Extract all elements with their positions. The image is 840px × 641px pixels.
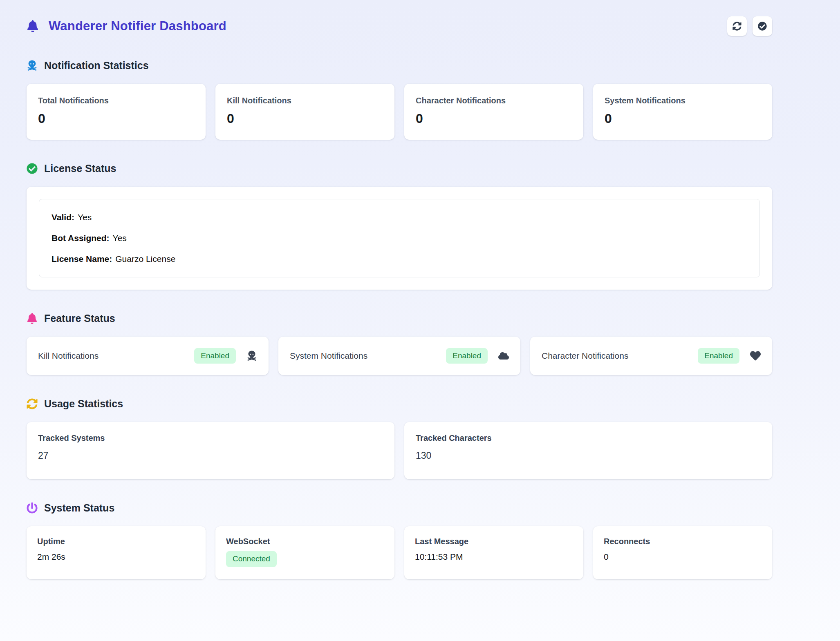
enabled-badge: Enabled bbox=[194, 348, 236, 364]
section-title: Notification Statistics bbox=[44, 60, 149, 71]
system-value: 10:11:53 PM bbox=[415, 552, 573, 562]
usage-value: 130 bbox=[416, 450, 761, 461]
usage-label: Tracked Characters bbox=[416, 433, 761, 443]
stat-label: Kill Notifications bbox=[227, 96, 383, 105]
system-card-reconnects: Reconnects 0 bbox=[593, 526, 772, 579]
header-brand: Wanderer Notifier Dashboard bbox=[27, 19, 226, 34]
section-heading-system-status: System Status bbox=[27, 502, 772, 514]
license-field-label: License Name: bbox=[52, 254, 112, 264]
system-status-grid: Uptime 2m 26s WebSocket Connected Last M… bbox=[27, 526, 772, 579]
page-title: Wanderer Notifier Dashboard bbox=[49, 19, 226, 34]
system-label: Last Message bbox=[415, 537, 573, 546]
system-label: Uptime bbox=[37, 537, 195, 546]
license-field-label: Bot Assigned: bbox=[52, 233, 110, 243]
stat-label: System Notifications bbox=[605, 96, 761, 105]
status-check-button[interactable] bbox=[753, 16, 772, 36]
stat-value: 0 bbox=[227, 111, 383, 126]
system-value: 2m 26s bbox=[37, 552, 195, 562]
stat-value: 0 bbox=[38, 111, 194, 126]
skull-crossbones-icon bbox=[246, 351, 257, 361]
license-valid-row: Valid:Yes bbox=[52, 212, 747, 222]
section-heading-usage-statistics: Usage Statistics bbox=[27, 398, 772, 410]
heart-icon bbox=[750, 351, 761, 361]
stat-value: 0 bbox=[416, 111, 572, 126]
license-field-label: Valid: bbox=[52, 212, 74, 222]
skull-crossbones-icon bbox=[27, 60, 38, 71]
feature-status: Enabled bbox=[698, 348, 761, 364]
enabled-badge: Enabled bbox=[698, 348, 739, 364]
license-bot-assigned-row: Bot Assigned:Yes bbox=[52, 233, 747, 243]
enabled-badge: Enabled bbox=[446, 348, 488, 364]
usage-statistics-grid: Tracked Systems 27 Tracked Characters 13… bbox=[27, 422, 772, 479]
stat-card-system-notifications: System Notifications 0 bbox=[593, 84, 772, 140]
feature-label: Character Notifications bbox=[542, 351, 628, 361]
stat-card-kill-notifications: Kill Notifications 0 bbox=[215, 84, 394, 140]
stat-label: Character Notifications bbox=[416, 96, 572, 105]
license-name-row: License Name:Guarzo License bbox=[52, 254, 747, 264]
usage-value: 27 bbox=[38, 450, 383, 461]
feature-label: Kill Notifications bbox=[38, 351, 99, 361]
system-card-uptime: Uptime 2m 26s bbox=[27, 526, 206, 579]
feature-label: System Notifications bbox=[290, 351, 367, 361]
refresh-button[interactable] bbox=[727, 16, 747, 36]
feature-card-character-notifications: Character Notifications Enabled bbox=[530, 337, 772, 375]
section-title: Usage Statistics bbox=[44, 398, 123, 410]
system-label: WebSocket bbox=[226, 537, 384, 546]
power-icon bbox=[27, 503, 38, 514]
section-title: License Status bbox=[44, 163, 116, 174]
section-heading-feature-status: Feature Status bbox=[27, 313, 772, 324]
section-title: System Status bbox=[44, 502, 114, 514]
feature-status-grid: Kill Notifications Enabled System Notifi… bbox=[27, 337, 772, 375]
cloud-icon bbox=[498, 351, 509, 361]
bell-icon bbox=[27, 20, 39, 32]
stat-card-total-notifications: Total Notifications 0 bbox=[27, 84, 206, 140]
usage-card-tracked-characters: Tracked Characters 130 bbox=[404, 422, 772, 479]
system-label: Reconnects bbox=[604, 537, 762, 546]
license-field-value: Yes bbox=[113, 233, 127, 243]
stat-card-character-notifications: Character Notifications 0 bbox=[404, 84, 583, 140]
license-field-value: Yes bbox=[78, 212, 92, 222]
license-details: Valid:Yes Bot Assigned:Yes License Name:… bbox=[39, 199, 760, 277]
license-card: Valid:Yes Bot Assigned:Yes License Name:… bbox=[27, 187, 772, 290]
dashboard-page: Wanderer Notifier Dashboard Notification… bbox=[27, 0, 772, 579]
feature-card-kill-notifications: Kill Notifications Enabled bbox=[27, 337, 269, 375]
refresh-icon bbox=[27, 398, 38, 409]
stat-label: Total Notifications bbox=[38, 96, 194, 105]
usage-label: Tracked Systems bbox=[38, 433, 383, 443]
header-actions bbox=[727, 16, 772, 36]
connected-badge: Connected bbox=[226, 551, 277, 567]
check-circle-icon bbox=[27, 163, 38, 174]
section-title: Feature Status bbox=[44, 313, 115, 324]
section-heading-notification-statistics: Notification Statistics bbox=[27, 60, 772, 71]
system-card-websocket: WebSocket Connected bbox=[215, 526, 394, 579]
stat-value: 0 bbox=[605, 111, 761, 126]
usage-card-tracked-systems: Tracked Systems 27 bbox=[27, 422, 394, 479]
bell-icon bbox=[27, 313, 38, 324]
notification-stats-grid: Total Notifications 0 Kill Notifications… bbox=[27, 84, 772, 140]
check-circle-icon bbox=[758, 22, 767, 31]
feature-status: Enabled bbox=[194, 348, 257, 364]
feature-status: Enabled bbox=[446, 348, 509, 364]
feature-card-system-notifications: System Notifications Enabled bbox=[278, 337, 520, 375]
header: Wanderer Notifier Dashboard bbox=[27, 16, 772, 37]
system-card-last-message: Last Message 10:11:53 PM bbox=[404, 526, 583, 579]
section-heading-license-status: License Status bbox=[27, 163, 772, 174]
license-field-value: Guarzo License bbox=[115, 254, 175, 264]
refresh-icon bbox=[732, 22, 741, 31]
system-value: 0 bbox=[604, 552, 762, 562]
